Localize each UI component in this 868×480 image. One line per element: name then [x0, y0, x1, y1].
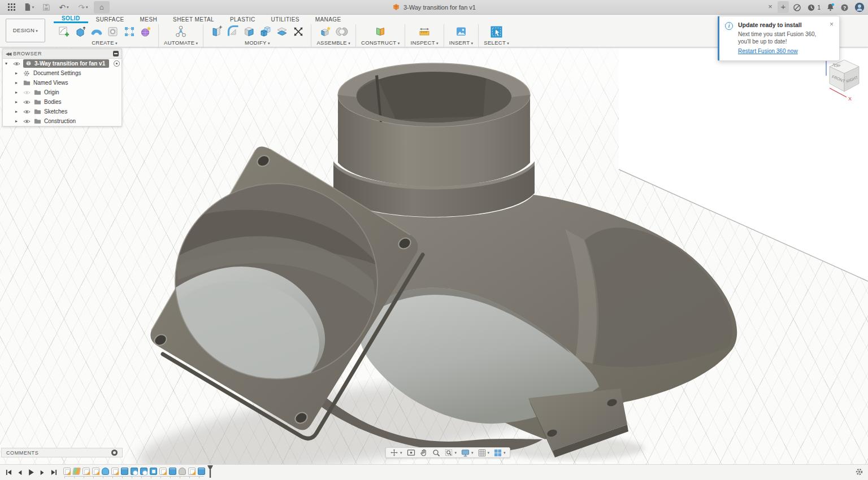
notification-close-icon[interactable]: × — [830, 21, 834, 55]
visibility-eye-icon[interactable] — [23, 119, 31, 124]
help-button[interactable]: ? — [840, 3, 849, 12]
timeline-feature-hole-9[interactable] — [140, 468, 147, 475]
user-avatar[interactable] — [854, 2, 865, 12]
expand-icon[interactable]: ▸ — [15, 80, 20, 85]
timeline-feature-loft-gray-13[interactable] — [179, 468, 186, 475]
expand-icon[interactable]: ▸ — [15, 71, 20, 76]
fit-button[interactable]: ▾ — [443, 448, 459, 457]
skip-to-end-button[interactable] — [50, 468, 58, 477]
app-grid-icon[interactable] — [5, 1, 18, 14]
combine-button[interactable] — [258, 24, 273, 40]
timeline-feature-extrude-15[interactable] — [198, 468, 205, 475]
extensions-icon[interactable] — [793, 3, 801, 12]
tab-solid[interactable]: SOLID — [54, 15, 88, 23]
visibility-eye-icon[interactable] — [23, 99, 31, 105]
file-menu-button[interactable]: ▾ — [20, 1, 37, 14]
step-back-button[interactable] — [16, 468, 24, 477]
browser-item-origin[interactable]: ▸Origin — [3, 88, 121, 97]
timeline-feature-hole-8[interactable] — [131, 468, 138, 475]
modify-group-label[interactable]: MODIFY — [245, 40, 270, 46]
visibility-eye-icon[interactable] — [12, 61, 20, 67]
timeline-position-marker[interactable] — [206, 465, 214, 480]
construct-group-label[interactable]: CONSTRUCT — [361, 40, 400, 46]
create-form-button[interactable] — [138, 24, 153, 40]
timeline-feature-sketch-1[interactable] — [63, 468, 71, 475]
tab-manage[interactable]: MANAGE — [307, 15, 349, 23]
comments-expand-icon[interactable] — [111, 450, 118, 456]
fillet-button[interactable] — [225, 24, 240, 40]
root-document-pill[interactable]: 3-Way transition for fan v1 — [23, 59, 109, 68]
tab-utilities[interactable]: UTILITIES — [263, 15, 307, 23]
zoom-button[interactable] — [431, 448, 442, 457]
shell-button[interactable] — [241, 24, 257, 40]
expand-icon[interactable]: ▸ — [15, 99, 20, 104]
timeline-settings-gear-icon[interactable] — [855, 468, 863, 478]
look-at-button[interactable] — [405, 448, 417, 457]
revolve-button[interactable] — [89, 24, 104, 40]
assemble-group-label[interactable]: ASSEMBLE — [316, 40, 350, 46]
create-sketch-button[interactable] — [56, 24, 71, 40]
play-button[interactable] — [27, 468, 35, 477]
expand-icon[interactable]: ▸ — [15, 90, 20, 95]
browser-item-construction[interactable]: ▸Construction — [3, 116, 121, 126]
joint-button[interactable] — [334, 24, 349, 40]
home-view-button[interactable]: ⌂ — [94, 1, 110, 14]
restart-link[interactable]: Restart Fusion 360 now — [738, 48, 798, 54]
insert-button[interactable] — [454, 24, 469, 40]
inspect-group-label[interactable]: INSPECT — [410, 40, 438, 46]
browser-collapse-icon[interactable]: ◀◀ — [6, 51, 10, 56]
hole-button[interactable] — [105, 24, 120, 40]
timeline-feature-shell-10[interactable] — [150, 468, 157, 475]
expand-icon[interactable]: ▾ — [5, 61, 10, 66]
insert-group-label[interactable]: INSERT — [449, 40, 474, 46]
offset-face-button[interactable] — [274, 24, 289, 40]
timeline-feature-sketch-4[interactable] — [92, 468, 99, 475]
viewports-button[interactable]: ▾ — [492, 448, 507, 457]
construct-plane-button[interactable] — [373, 24, 388, 40]
workspace-selector[interactable]: DESIGN — [6, 19, 45, 42]
save-button[interactable] — [40, 1, 53, 14]
pan-button[interactable] — [418, 448, 429, 457]
browser-item-bodies[interactable]: ▸Bodies — [3, 97, 121, 107]
comments-bar[interactable]: COMMENTS — [1, 448, 123, 457]
tab-mesh[interactable]: MESH — [132, 15, 166, 23]
notifications-button[interactable] — [826, 3, 835, 12]
timeline-feature-sketch-3[interactable] — [83, 468, 90, 475]
press-pull-button[interactable] — [209, 24, 224, 40]
browser-item-named-views[interactable]: ▸Named Views — [3, 78, 121, 88]
extrude-button[interactable] — [72, 24, 88, 40]
timeline-feature-plane-2[interactable] — [72, 468, 81, 475]
3d-viewport[interactable] — [0, 15, 868, 480]
pattern-button[interactable] — [121, 24, 137, 40]
timeline-feature-sketch-6[interactable] — [111, 468, 119, 475]
close-tab-button[interactable]: × — [765, 2, 775, 12]
browser-root-item[interactable]: ▾ 3-Way transition for fan v1 — [3, 59, 121, 68]
display-settings-button[interactable]: ▾ — [459, 448, 475, 457]
tab-sheet-metal[interactable]: SHEET METAL — [165, 15, 222, 23]
select-button[interactable] — [489, 24, 504, 40]
job-status-button[interactable]: 1 — [807, 3, 821, 12]
tab-surface[interactable]: SURFACE — [88, 15, 132, 23]
timeline-feature-sketch-11[interactable] — [159, 468, 167, 475]
activate-component-radio[interactable] — [114, 60, 120, 67]
automate-group-label[interactable]: AUTOMATE — [164, 40, 198, 46]
browser-close-icon[interactable] — [113, 51, 119, 56]
new-component-button[interactable] — [318, 24, 333, 40]
timeline-feature-extrude-7[interactable] — [121, 468, 128, 475]
new-tab-button[interactable]: + — [778, 1, 789, 13]
undo-button[interactable]: ↶ ▾ — [55, 1, 72, 14]
redo-button[interactable]: ↷ ▾ — [75, 1, 92, 14]
visibility-eye-icon[interactable] — [23, 90, 31, 95]
automate-button[interactable] — [173, 24, 189, 40]
move-copy-button[interactable] — [290, 24, 306, 40]
grid-display-button[interactable]: ▾ — [476, 448, 492, 457]
orbit-button[interactable]: ▾ — [388, 448, 404, 457]
browser-item-document-settings[interactable]: ▸Document Settings — [3, 68, 121, 78]
select-group-label[interactable]: SELECT — [484, 40, 509, 46]
tab-plastic[interactable]: PLASTIC — [222, 15, 263, 23]
create-group-label[interactable]: CREATE — [92, 40, 118, 46]
expand-icon[interactable]: ▸ — [15, 119, 20, 124]
visibility-eye-icon[interactable] — [23, 109, 31, 115]
timeline-feature-sketch-14[interactable] — [188, 468, 196, 475]
timeline-feature-extrude-12[interactable] — [169, 468, 176, 475]
